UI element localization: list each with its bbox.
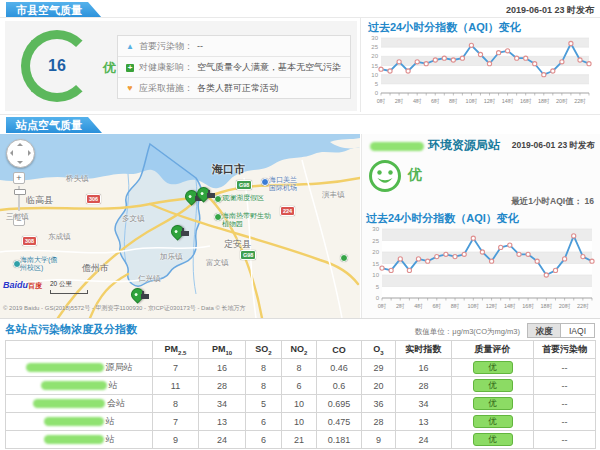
grade-cell: 优	[452, 413, 534, 431]
primary-pollutant-cell: --	[534, 377, 596, 395]
tab-city-air-quality[interactable]: 市县空气质量	[6, 2, 102, 18]
value-cell: 16	[199, 359, 246, 377]
value-cell: 34	[199, 395, 246, 413]
station-name-cell: 站	[6, 431, 153, 449]
redacted-station-prefix	[26, 363, 104, 372]
map-poi-icon	[214, 213, 222, 221]
svg-text:2时: 2时	[395, 98, 404, 104]
station-name-cell: 站	[6, 377, 153, 395]
svg-text:8时: 8时	[451, 303, 460, 309]
health-cross-icon: +	[126, 64, 134, 72]
table-row: 会站8345100.6953634优--	[6, 395, 596, 413]
svg-text:20时: 20时	[559, 303, 571, 309]
redacted-station-prefix	[44, 417, 104, 426]
column-header: PM2.5	[153, 341, 199, 359]
station-name-cell: 会站	[6, 395, 153, 413]
zoom-in-button[interactable]: +	[13, 172, 25, 184]
info-value: 空气质量令人满意，基本无空气污染	[197, 61, 341, 74]
station-panel: 环境资源局站 2019-06-01 23 时发布 优 最近1小时AQI值： 16…	[361, 134, 600, 318]
svg-text:8时: 8时	[449, 98, 458, 104]
svg-text:0时: 0时	[377, 98, 386, 104]
toggle-concentration[interactable]: 浓度	[527, 323, 561, 338]
value-cell: 20	[362, 377, 396, 395]
pan-right-icon[interactable]	[28, 150, 31, 156]
info-label: 应采取措施：	[139, 82, 193, 95]
table-title: 各站点污染物浓度及分指数	[5, 322, 137, 337]
map-poi-icon	[261, 178, 269, 186]
value-cell: 10	[282, 395, 317, 413]
divider	[0, 17, 600, 18]
map-label: 观澜湖度假区	[222, 194, 274, 202]
redacted-station-prefix	[33, 399, 105, 408]
station-map[interactable]: + − Baidu百度 20 公里 © 2019 Baidu - GS(2018…	[0, 134, 360, 318]
value-cell: 24	[199, 431, 246, 449]
value-cell: 11	[153, 377, 199, 395]
pan-up-icon[interactable]	[17, 143, 23, 146]
svg-text:0: 0	[376, 295, 380, 301]
pan-left-icon[interactable]	[10, 150, 13, 156]
map-label: 海南大学(儋州校区)	[20, 256, 60, 272]
grade-badge: 优	[473, 397, 513, 410]
svg-text:5: 5	[376, 284, 380, 290]
pollutant-icon: ▲	[124, 42, 136, 51]
station-publish-time: 2019-06-01 23 时发布	[512, 140, 595, 152]
air-quality-dashboard: 市县空气质量 2019-06-01 23 时发布 16 优 ▲ 首要污染物： -…	[0, 0, 600, 450]
table-row: 站1128860.62028优--	[6, 377, 596, 395]
map-label: 海南热带野生动植物园	[222, 212, 274, 228]
map-label: 东成镇	[48, 232, 71, 242]
station-name-cell: 站	[6, 413, 153, 431]
svg-text:10: 10	[372, 272, 379, 278]
value-cell: 29	[362, 359, 396, 377]
svg-text:30: 30	[371, 35, 378, 41]
svg-text:15: 15	[371, 63, 378, 69]
svg-text:20: 20	[371, 53, 378, 59]
pan-down-icon[interactable]	[17, 161, 23, 164]
map-label: 富文镇	[206, 258, 229, 268]
value-cell: 6	[282, 377, 317, 395]
info-label: 首要污染物：	[139, 40, 193, 53]
svg-text:0: 0	[375, 90, 379, 96]
table-row: 站7136100.4752813优--	[6, 413, 596, 431]
map-label: 海口美兰国际机场	[269, 176, 301, 192]
map-scale-label: 20 公里	[50, 280, 72, 289]
svg-text:25: 25	[371, 44, 378, 50]
grade-cell: 优	[452, 395, 534, 413]
station-name-suffix: 会站	[107, 398, 125, 408]
svg-text:18时: 18时	[541, 303, 553, 309]
map-pan-control[interactable]	[6, 139, 35, 168]
value-cell: 6	[246, 431, 282, 449]
aqi-value: 16	[48, 57, 66, 75]
svg-text:5: 5	[375, 81, 379, 87]
factory-icon	[141, 294, 149, 299]
value-cell: 21	[282, 431, 317, 449]
svg-text:20: 20	[372, 249, 379, 255]
value-cell: 0.6	[317, 377, 362, 395]
map-label: 加乐镇	[160, 252, 183, 262]
value-cell: 28	[396, 377, 452, 395]
value-cell: 28	[362, 413, 396, 431]
info-label: 对健康影响：	[139, 61, 193, 74]
map-label: 临高县	[26, 194, 53, 207]
value-cell: 8	[246, 377, 282, 395]
map-label: 演丰镇	[322, 190, 345, 200]
station-name-suffix: 站	[106, 416, 115, 426]
svg-text:6时: 6时	[433, 303, 442, 309]
svg-text:12时: 12时	[484, 98, 496, 104]
svg-text:10时: 10时	[467, 303, 479, 309]
grade-badge: 优	[473, 433, 513, 446]
grade-badge: 优	[473, 361, 513, 374]
svg-text:10: 10	[371, 72, 378, 78]
aqi-info-box: ▲ 首要污染物： -- + 对健康影响： 空气质量令人满意，基本无空气污染 ♥ …	[117, 35, 351, 99]
zoom-slider-handle[interactable]	[14, 189, 26, 195]
svg-text:20时: 20时	[556, 98, 568, 104]
baidu-logo: Baidu百度	[3, 280, 42, 291]
value-cell: 5	[246, 395, 282, 413]
factory-icon	[181, 231, 189, 236]
toggle-iaqi[interactable]: IAQI	[561, 323, 595, 338]
column-header: NO2	[282, 341, 317, 359]
svg-text:22时: 22时	[574, 98, 586, 104]
tab-station-air-quality[interactable]: 站点空气质量	[6, 117, 102, 133]
divider	[360, 18, 361, 112]
map-poi-icon	[214, 195, 222, 203]
value-cell: 10	[282, 413, 317, 431]
